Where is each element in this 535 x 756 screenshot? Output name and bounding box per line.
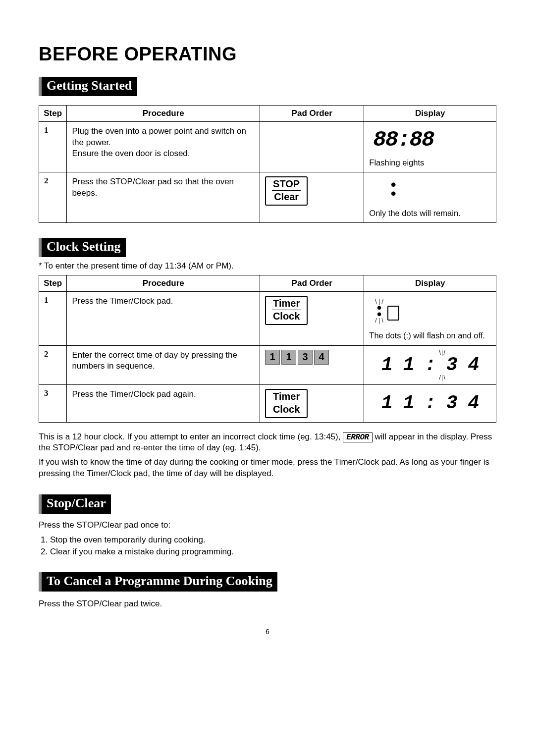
cancel-body: Press the STOP/Clear pad twice.	[39, 598, 496, 610]
pad-line1: Timer	[272, 298, 301, 310]
pad-line2: Clear	[274, 191, 299, 203]
pad-line1: STOP	[272, 178, 301, 191]
step-number: 1	[39, 121, 67, 172]
pad-order-cell: Timer Clock	[260, 292, 364, 345]
num-key-1: 1	[281, 350, 296, 365]
page-number: 6	[39, 628, 496, 636]
seg-display-dots: ••	[369, 176, 418, 204]
heading-clock-setting: Clock Setting	[39, 238, 126, 257]
procedure-text: Press the Timer/Clock pad again.	[67, 384, 260, 422]
procedure-text: Plug the oven into a power point and swi…	[67, 121, 260, 172]
pad-line1: Timer	[272, 391, 301, 403]
list-item: 2. Clear if you make a mistake during pr…	[41, 546, 496, 558]
table-row: 1 Press the Timer/Clock pad. Timer Clock…	[39, 292, 496, 345]
page-title: BEFORE OPERATING	[39, 44, 496, 65]
num-key-4: 4	[314, 350, 329, 365]
seg-display-1134: 1 1 : 3 4	[378, 354, 482, 377]
error-display-box: ERROR	[343, 432, 373, 442]
display-cell: 88:88 Flashing eights	[364, 121, 496, 172]
timer-clock-pad: Timer Clock	[265, 296, 308, 325]
procedure-text: Press the Timer/Clock pad.	[67, 292, 260, 345]
stop-clear-pad: STOP Clear	[265, 176, 308, 206]
display-cell: 1 1 : 3 4	[364, 384, 496, 422]
pad-order-cell: 1 1 3 4	[260, 345, 364, 384]
table-row: 1 Plug the oven into a power point and s…	[39, 121, 496, 172]
pad-order-cell: STOP Clear	[260, 172, 364, 223]
timer-clock-pad: Timer Clock	[265, 389, 308, 418]
seg-display-1134: 1 1 : 3 4	[378, 392, 482, 415]
heading-getting-started: Getting Started	[39, 77, 137, 96]
step-number: 2	[39, 172, 67, 223]
procedure-text: Enter the correct time of day by pressin…	[67, 345, 260, 384]
num-key-1: 1	[265, 350, 280, 365]
table-row: 3 Press the Timer/Clock pad again. Timer…	[39, 384, 496, 422]
clock-note-2: If you wish to know the time of day duri…	[39, 457, 496, 480]
stop-clear-intro: Press the STOP/Clear pad once to:	[39, 520, 496, 531]
table-row: 2 Enter the correct time of day by press…	[39, 345, 496, 384]
col-procedure: Procedure	[67, 105, 260, 121]
step-number: 2	[39, 345, 67, 384]
list-item: 1. Stop the oven temporarily during cook…	[41, 534, 496, 546]
num-key-3: 3	[298, 350, 313, 365]
seg-display-8888: 88:88	[369, 126, 437, 154]
pad-order-cell	[260, 121, 364, 172]
clock-pre-note: * To enter the present time of day 11:34…	[39, 261, 496, 271]
note-text: This is a 12 hour clock. If you attempt …	[39, 432, 343, 441]
col-pad-order: Pad Order	[260, 105, 364, 121]
seg-display-flash-colon-zero: \ | / •• / | \	[369, 296, 405, 326]
display-caption: Flashing eights	[369, 158, 424, 168]
step-number: 3	[39, 384, 67, 422]
col-pad-order: Pad Order	[260, 275, 364, 292]
pad-line2: Clock	[273, 310, 300, 322]
heading-stop-clear: Stop/Clear	[39, 494, 111, 514]
seg-zero-icon	[387, 306, 399, 321]
col-display: Display	[364, 275, 496, 292]
getting-started-table: Step Procedure Pad Order Display 1 Plug …	[39, 105, 496, 223]
display-cell: •• Only the dots will remain.	[364, 172, 496, 223]
col-step: Step	[39, 105, 67, 121]
table-row: 2 Press the STOP/Clear pad so that the o…	[39, 172, 496, 223]
clock-setting-table: Step Procedure Pad Order Display 1 Press…	[39, 275, 496, 422]
clock-note-1: This is a 12 hour clock. If you attempt …	[39, 432, 496, 454]
col-display: Display	[364, 105, 496, 121]
procedure-text: Press the STOP/Clear pad so that the ove…	[67, 172, 260, 223]
display-caption: The dots (:) will flash on and off.	[369, 330, 485, 341]
pad-order-cell: Timer Clock	[260, 384, 364, 422]
display-cell: \ | / 1 1 : 3 4 / | \	[364, 345, 496, 384]
display-cell: \ | / •• / | \ The dots (:) will flash o…	[364, 292, 496, 345]
display-caption: Only the dots will remain.	[369, 208, 460, 218]
col-step: Step	[39, 275, 67, 292]
heading-cancel-programme: To Cancel a Programme During Cooking	[39, 572, 277, 592]
step-number: 1	[39, 292, 67, 345]
pad-line2: Clock	[273, 403, 300, 415]
number-keys: 1 1 3 4	[265, 350, 329, 365]
col-procedure: Procedure	[67, 275, 260, 292]
